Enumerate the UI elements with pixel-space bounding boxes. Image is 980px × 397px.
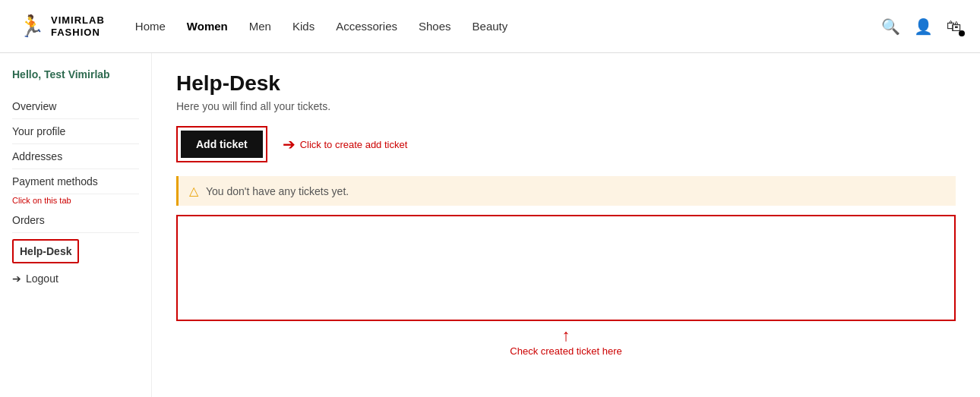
nav-kids[interactable]: Kids [292,20,315,33]
nav-beauty[interactable]: Beauty [473,20,508,33]
logout-label: Logout [26,273,58,285]
sidebar-item-overview[interactable]: Overview [12,94,139,119]
nav-home[interactable]: Home [135,20,166,33]
bottom-annotation: ↑ Check created ticket here [176,327,956,357]
main-nav: Home Women Men Kids Accessories Shoes Be… [135,20,881,33]
search-icon[interactable]: 🔍 [881,17,900,36]
warning-text: You don't have any tickets yet. [206,185,349,197]
add-ticket-wrapper: Add ticket [176,126,267,162]
logout-icon: ➔ [12,273,21,285]
sidebar-item-addresses[interactable]: Addresses [12,144,139,169]
add-ticket-annotation-text: Click to create add ticket [300,139,408,150]
sidebar-greeting: Hello, Test Vimirlab [12,68,139,80]
warning-icon: △ [189,184,198,198]
logout-button[interactable]: ➔ Logout [12,263,139,294]
sidebar-item-payment[interactable]: Payment methods [12,169,139,194]
header-icons: 🔍 👤 🛍 [881,17,962,36]
payment-annotation: Click on this tab [12,196,139,205]
nav-women[interactable]: Women [187,20,228,33]
page-title: Help-Desk [176,71,956,96]
sidebar-item-orders[interactable]: Orders [12,208,139,233]
sidebar: Hello, Test Vimirlab Overview Your profi… [0,53,152,397]
sidebar-item-helpdesk[interactable]: Help-Desk [12,239,79,263]
nav-men[interactable]: Men [249,20,271,33]
nav-accessories[interactable]: Accessories [336,20,397,33]
add-ticket-button[interactable]: Add ticket [181,131,263,158]
account-icon[interactable]: 👤 [914,17,933,36]
page-subtitle: Here you will find all your tickets. [176,100,956,112]
cart-icon[interactable]: 🛍 [947,17,962,35]
logo-icon: 🏃 [18,14,45,39]
logo[interactable]: 🏃 VIMIRLAB FASHION [18,14,105,39]
check-ticket-annotation: Check created ticket here [510,345,621,357]
nav-shoes[interactable]: Shoes [419,20,451,33]
add-ticket-annotation: ➔ Click to create add ticket [283,135,408,153]
ticket-area [176,215,956,321]
cart-badge [959,30,965,36]
add-ticket-row: Add ticket ➔ Click to create add ticket [176,126,956,162]
brand-name: VIMIRLAB FASHION [51,14,105,38]
sidebar-item-profile[interactable]: Your profile [12,119,139,144]
arrow-up-icon: ↑ [562,327,571,344]
header: 🏃 VIMIRLAB FASHION Home Women Men Kids A… [0,0,980,53]
arrow-right-icon: ➔ [283,135,296,153]
main-content: Help-Desk Here you will find all your ti… [152,53,980,397]
warning-bar: △ You don't have any tickets yet. [176,176,956,206]
page-layout: Hello, Test Vimirlab Overview Your profi… [0,53,980,397]
